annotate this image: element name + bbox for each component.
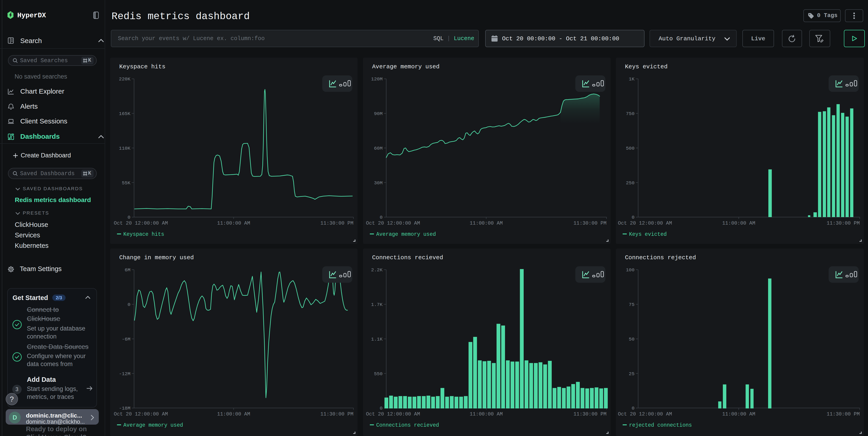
svg-text:90M: 90M [374,111,382,116]
svg-text:0: 0 [631,215,634,220]
svg-text:25: 25 [629,371,634,377]
svg-text:-6M: -6M [122,337,130,342]
svg-text:Oct 20 12:00:00 AM: Oct 20 12:00:00 AM [114,221,168,226]
svg-text:Average memory used: Average memory used [376,231,436,237]
svg-text:11:30:00 PM: 11:30:00 PM [320,411,353,417]
svg-text:75: 75 [629,302,634,307]
svg-text:0: 0 [380,215,382,220]
svg-text:100: 100 [626,267,634,273]
svg-text:Connections recieved: Connections recieved [376,422,439,428]
svg-text:220K: 220K [119,77,131,82]
svg-text:Keyspace hits: Keyspace hits [123,231,164,237]
svg-text:-18M: -18M [119,406,130,411]
svg-text:Oct 20 12:00:00 AM: Oct 20 12:00:00 AM [618,221,672,226]
svg-text:Oct 20 12:00:00 AM: Oct 20 12:00:00 AM [366,411,420,417]
svg-text:11:00:00 AM: 11:00:00 AM [470,221,503,226]
svg-text:11:30:00 PM: 11:30:00 PM [827,221,860,226]
svg-text:60M: 60M [374,146,382,151]
svg-text:55K: 55K [122,180,130,186]
svg-text:rejected connections: rejected connections [629,422,692,428]
svg-text:30M: 30M [374,180,382,186]
svg-text:11:00:00 AM: 11:00:00 AM [722,411,755,417]
svg-text:165K: 165K [119,111,131,116]
svg-text:1K: 1K [629,77,635,82]
svg-text:250: 250 [626,180,634,186]
svg-text:Oct 20 12:00:00 AM: Oct 20 12:00:00 AM [618,411,672,417]
svg-text:11:30:00 PM: 11:30:00 PM [827,411,860,417]
svg-text:-12M: -12M [119,371,130,377]
svg-text:11:00:00 AM: 11:00:00 AM [217,411,250,417]
svg-text:120M: 120M [371,77,382,82]
svg-text:500: 500 [626,146,634,151]
svg-text:Oct 20 12:00:00 AM: Oct 20 12:00:00 AM [114,411,168,417]
svg-text:0: 0 [631,406,634,411]
svg-text:Keys evicted: Keys evicted [629,231,667,237]
svg-text:2.2K: 2.2K [371,267,383,273]
svg-text:11:30:00 PM: 11:30:00 PM [320,221,353,226]
svg-text:0: 0 [380,406,382,411]
svg-text:11:30:00 PM: 11:30:00 PM [574,411,607,417]
svg-text:11:30:00 PM: 11:30:00 PM [574,221,607,226]
svg-text:Oct 20 12:00:00 AM: Oct 20 12:00:00 AM [366,221,420,226]
svg-text:750: 750 [626,111,634,116]
svg-text:550: 550 [374,371,382,377]
svg-text:1.7K: 1.7K [371,302,383,307]
svg-text:6M: 6M [125,267,130,273]
svg-text:11:00:00 AM: 11:00:00 AM [470,411,503,417]
svg-text:50: 50 [629,337,634,342]
svg-text:11:00:00 AM: 11:00:00 AM [722,221,755,226]
svg-text:110K: 110K [119,146,131,151]
svg-text:11:00:00 AM: 11:00:00 AM [217,221,250,226]
svg-text:1.1K: 1.1K [371,337,383,342]
svg-text:Average memory used: Average memory used [123,422,183,428]
svg-text:0: 0 [127,302,130,307]
svg-text:0: 0 [127,215,130,220]
